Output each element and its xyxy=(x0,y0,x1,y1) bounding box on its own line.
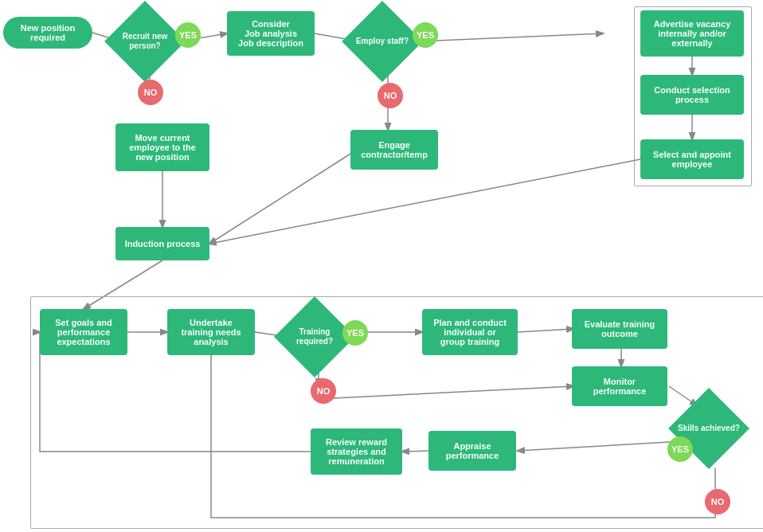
svg-line-11 xyxy=(84,260,162,309)
svg-line-20 xyxy=(518,441,683,451)
no2-label: NO xyxy=(378,83,403,108)
move-current-node: Move current employee to the new positio… xyxy=(115,123,209,171)
employ-diamond: Employ staff? xyxy=(350,10,414,73)
induction-node: Induction process xyxy=(115,227,209,260)
advertise-node: Advertise vacancy internally and/or exte… xyxy=(640,10,744,57)
yes2-label: YES xyxy=(413,22,438,48)
select-appoint-node: Select and appoint employee xyxy=(640,139,744,179)
engage-node: Engage contractor/temp xyxy=(350,130,438,170)
yes4-label: YES xyxy=(667,436,693,462)
flowchart: New position required Recruit new person… xyxy=(0,0,763,532)
svg-line-21 xyxy=(402,451,430,452)
svg-line-3 xyxy=(418,33,603,41)
yes1-label: YES xyxy=(175,22,201,48)
svg-line-18 xyxy=(333,386,573,398)
training-needs-node: Undertake training needs analysis xyxy=(167,309,255,355)
training-diamond: Training required? xyxy=(283,305,346,369)
evaluate-node: Evaluate training outcome xyxy=(572,309,667,349)
review-reward-node: Review reward strategies and remuneratio… xyxy=(311,428,402,475)
consider-node: Consider Job analysis Job description xyxy=(227,11,315,56)
new-position-node: New position required xyxy=(3,17,92,49)
monitor-node: Monitor performance xyxy=(572,366,667,406)
recruit-diamond: Recruit new person? xyxy=(113,10,177,73)
no1-label: NO xyxy=(138,80,163,105)
svg-line-7 xyxy=(209,150,357,244)
set-goals-node: Set goals and performance expectations xyxy=(40,309,127,355)
svg-line-8 xyxy=(209,159,640,244)
no3-label: NO xyxy=(311,378,336,404)
no4-label: NO xyxy=(705,489,730,514)
plan-conduct-node: Plan and conduct individual or group tra… xyxy=(422,309,518,355)
appraise-node: Appraise performance xyxy=(428,431,516,471)
svg-line-15 xyxy=(518,329,573,332)
conduct-selection-node: Conduct selection process xyxy=(640,75,744,115)
